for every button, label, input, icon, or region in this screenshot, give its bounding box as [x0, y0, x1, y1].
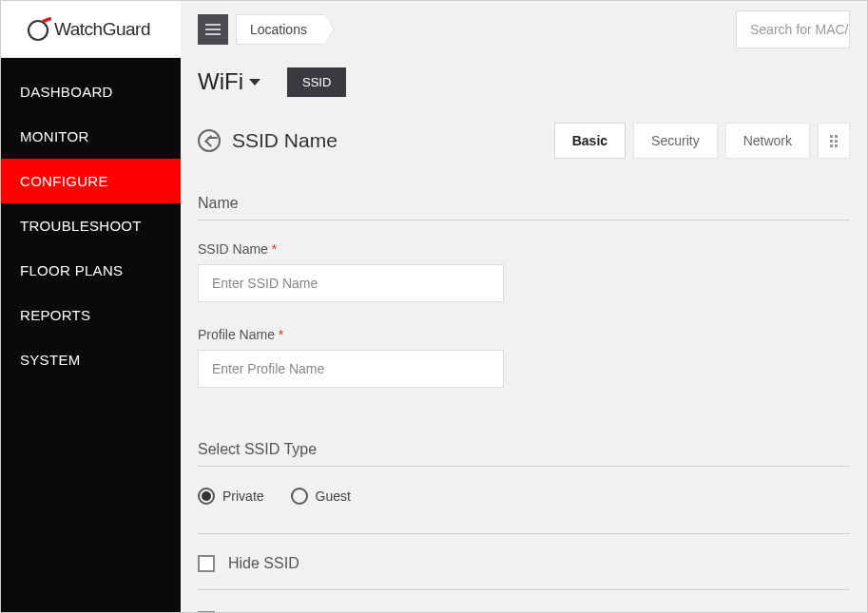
divider: [198, 589, 850, 590]
checkbox-icon: [198, 611, 215, 612]
tab-strip: Basic Security Network: [554, 123, 850, 159]
tab-basic[interactable]: Basic: [554, 123, 626, 159]
radio-icon: [291, 488, 308, 505]
radio-icon: [198, 488, 215, 505]
sidebar: WatchGuard DASHBOARD MONITOR CONFIGURE T…: [1, 1, 181, 612]
nav-list: DASHBOARD MONITOR CONFIGURE TROUBLESHOOT…: [1, 58, 181, 382]
logo-area: WatchGuard: [1, 1, 181, 58]
required-marker: *: [272, 241, 277, 257]
nav-reports[interactable]: REPORTS: [1, 293, 181, 337]
form: Name SSID Name * Profile Name * Select S…: [181, 166, 867, 612]
page-title: SSID Name: [232, 129, 338, 152]
tab-more[interactable]: [818, 123, 850, 159]
brand-name: WatchGuard: [54, 19, 150, 40]
tab-network[interactable]: Network: [725, 123, 810, 159]
required-marker: *: [279, 327, 283, 342]
svg-rect-1: [42, 17, 52, 23]
divider: [198, 533, 850, 534]
profile-name-label: Profile Name *: [198, 327, 850, 342]
ssid-type-radios: Private Guest: [198, 488, 850, 505]
divider: [198, 220, 850, 220]
svg-point-0: [29, 21, 48, 40]
topbar: Locations Search for MAC/ IP: [181, 1, 867, 58]
field-ssid-name: SSID Name *: [198, 241, 850, 302]
radio-guest[interactable]: Guest: [291, 488, 351, 505]
sub-header: WiFi SSID: [181, 58, 867, 105]
checkbox-hide-ssid[interactable]: Hide SSID: [198, 555, 850, 572]
watchguard-icon: [28, 17, 52, 42]
tab-security[interactable]: Security: [633, 123, 718, 159]
nav-troubleshoot[interactable]: TROUBLESHOOT: [1, 203, 181, 248]
back-button[interactable]: [198, 129, 221, 152]
profile-name-input[interactable]: [198, 350, 504, 388]
field-profile-name: Profile Name *: [198, 327, 850, 388]
nav-floorplans[interactable]: FLOOR PLANS: [1, 248, 181, 293]
section-label: WiFi: [198, 68, 243, 95]
radio-private[interactable]: Private: [198, 488, 264, 505]
main: Locations Search for MAC/ IP WiFi SSID S…: [181, 1, 867, 612]
ssid-name-label: SSID Name *: [198, 241, 850, 257]
checkbox-icon: [198, 555, 215, 572]
ssid-name-input[interactable]: [198, 264, 504, 302]
section-name: Name: [198, 166, 850, 220]
arrow-left-icon: [204, 135, 217, 147]
page-title-row: SSID Name Basic Security Network: [181, 105, 867, 166]
hamburger-button[interactable]: [198, 14, 228, 45]
nav-system[interactable]: SYSTEM: [1, 337, 181, 382]
brand-logo: WatchGuard: [28, 17, 150, 42]
hamburger-icon: [205, 24, 221, 35]
caret-down-icon: [249, 79, 260, 86]
section-dropdown[interactable]: WiFi: [198, 68, 260, 95]
ssid-chip[interactable]: SSID: [287, 67, 346, 97]
divider: [198, 466, 850, 467]
checkbox-include-ap[interactable]: Include AP Name in Beacon: [198, 611, 850, 612]
section-ssid-type: Select SSID Type: [198, 412, 850, 466]
nav-monitor[interactable]: MONITOR: [1, 114, 181, 159]
search-input[interactable]: Search for MAC/ IP: [736, 10, 850, 48]
grid-icon: [830, 135, 838, 147]
nav-dashboard[interactable]: DASHBOARD: [1, 69, 181, 114]
breadcrumb-locations[interactable]: Locations: [236, 14, 325, 45]
nav-configure[interactable]: CONFIGURE: [1, 159, 181, 203]
